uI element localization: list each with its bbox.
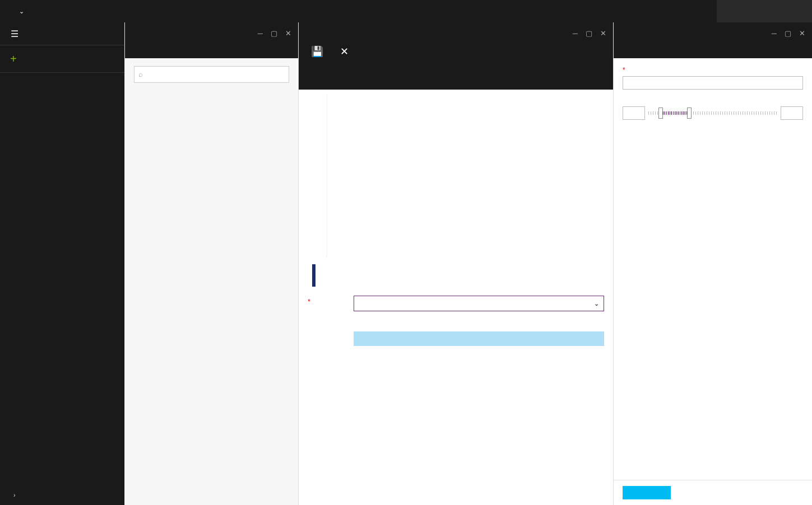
ok-button[interactable] — [623, 486, 671, 499]
minimize-icon[interactable]: ─ — [258, 29, 263, 38]
maximize-icon[interactable]: ▢ — [586, 29, 592, 38]
instance-color-swatch — [312, 264, 315, 287]
plus-icon: + — [10, 53, 17, 66]
chevron-right-icon: › — [13, 492, 16, 498]
instances-chart — [327, 94, 604, 256]
search-icon: ⌕ — [138, 70, 143, 78]
maximize-icon[interactable]: ▢ — [271, 29, 277, 38]
minimize-icon[interactable]: ─ — [772, 29, 777, 38]
scale-by-select[interactable]: ⌄ — [354, 296, 604, 311]
chevron-down-icon: ⌄ — [594, 300, 599, 307]
new-button[interactable]: + — [0, 45, 124, 73]
discard-button[interactable]: ✕ — [340, 45, 349, 59]
scale-profile-blade: ─ ▢ ✕ * — [613, 22, 812, 505]
range-max-input[interactable] — [781, 106, 803, 120]
close-icon[interactable]: ✕ — [285, 29, 291, 38]
range-slider[interactable] — [648, 106, 777, 120]
sidebar: ☰ + › — [0, 22, 124, 505]
add-profile-button[interactable] — [354, 331, 604, 346]
slider-thumb-min[interactable] — [658, 107, 663, 119]
settings-blade: ─ ▢ ✕ ⌕ — [124, 22, 298, 505]
close-icon[interactable]: ✕ — [600, 29, 606, 38]
search-settings-input[interactable] — [134, 66, 289, 83]
range-min-input[interactable] — [623, 106, 645, 120]
save-button[interactable]: 💾 — [311, 45, 323, 59]
profile-name-input[interactable] — [623, 76, 803, 90]
chevron-down-icon[interactable]: ⌄ — [19, 8, 24, 15]
scale-setting-blade: ─ ▢ ✕ 💾 ✕ — [298, 22, 613, 505]
slider-thumb-max[interactable] — [687, 107, 692, 119]
minimize-icon[interactable]: ─ — [573, 29, 578, 38]
discard-icon: ✕ — [340, 45, 349, 58]
maximize-icon[interactable]: ▢ — [785, 29, 791, 38]
hamburger-icon[interactable]: ☰ — [0, 22, 124, 45]
browse-button[interactable]: › — [0, 485, 124, 505]
search-resources-input[interactable] — [717, 0, 812, 22]
save-icon: 💾 — [311, 45, 323, 58]
close-icon[interactable]: ✕ — [799, 29, 805, 38]
